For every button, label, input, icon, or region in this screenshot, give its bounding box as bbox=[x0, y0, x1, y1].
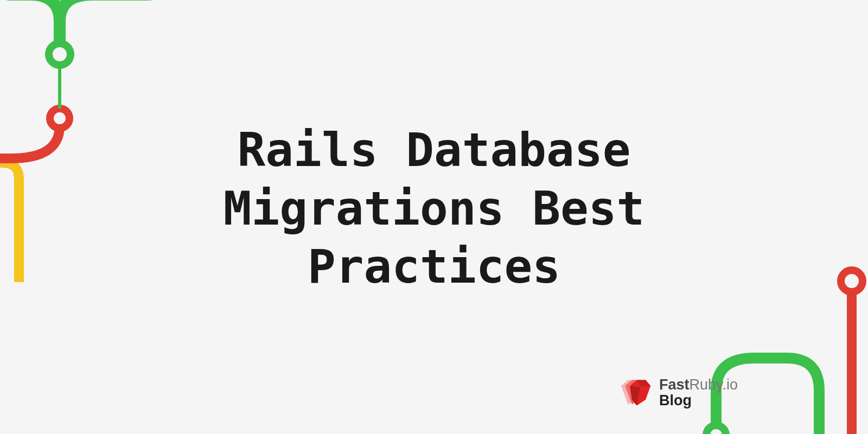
page-title: Rails Database Migrations Best Practices bbox=[224, 121, 645, 296]
ruby-icon bbox=[621, 378, 652, 408]
brand-block: FastRuby.io Blog bbox=[621, 377, 738, 408]
brand-line2: Blog bbox=[659, 393, 738, 408]
svg-point-0 bbox=[50, 108, 69, 128]
svg-point-6 bbox=[706, 425, 726, 434]
svg-point-4 bbox=[841, 270, 863, 292]
svg-point-1 bbox=[49, 43, 71, 65]
brand-line1: FastRuby.io bbox=[659, 377, 738, 392]
decor-top-left bbox=[0, 0, 174, 282]
